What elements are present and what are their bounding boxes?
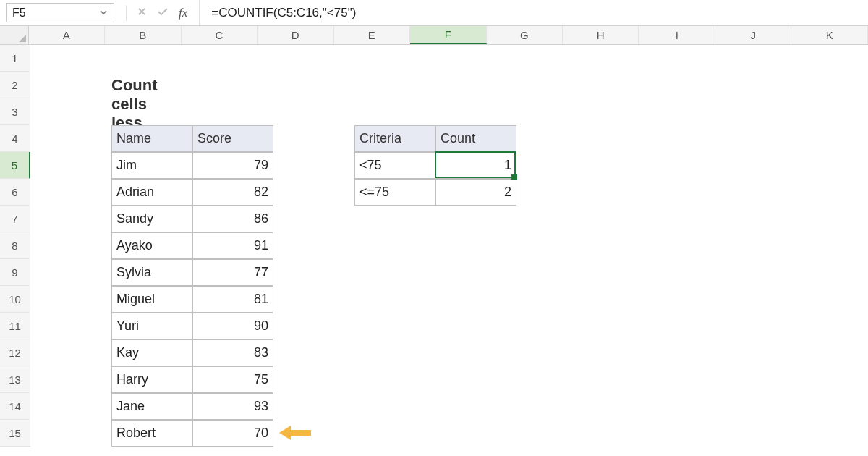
table1-score-9[interactable]: 93 [192, 393, 273, 420]
formula-input[interactable]: =COUNTIF(C5:C16,"<75") [200, 0, 868, 25]
formula-bar: F5 fx =COUNTIF(C5:C16,"<75") [0, 0, 868, 26]
name-box[interactable]: F5 [6, 3, 114, 22]
table1-name-5[interactable]: Miguel [111, 286, 192, 313]
table2-header-criteria[interactable]: Criteria [354, 125, 435, 152]
col-header-I[interactable]: I [639, 26, 715, 44]
row-header-7[interactable]: 7 [0, 206, 30, 232]
row-header-15[interactable]: 15 [0, 420, 30, 447]
table1-name-10[interactable]: Robert [111, 420, 192, 447]
cancel-icon[interactable] [137, 5, 147, 20]
col-header-A[interactable]: A [29, 26, 105, 44]
table2-header-count[interactable]: Count [435, 125, 516, 152]
row-header-8[interactable]: 8 [0, 232, 30, 259]
table2-count-1[interactable]: 2 [435, 179, 516, 206]
col-header-C[interactable]: C [182, 26, 258, 44]
spreadsheet-grid[interactable]: ABCDEFGHIJK 123456789101112131415 Count … [0, 26, 868, 456]
table1-score-10[interactable]: 70 [192, 420, 273, 447]
name-box-value: F5 [12, 7, 26, 20]
table1-name-1[interactable]: Adrian [111, 179, 192, 206]
col-header-F[interactable]: F [410, 26, 486, 44]
select-all-corner[interactable] [0, 26, 29, 44]
table1-name-2[interactable]: Sandy [111, 206, 192, 232]
table1-header-score[interactable]: Score [192, 125, 273, 152]
table1-score-6[interactable]: 90 [192, 313, 273, 339]
row-header-4[interactable]: 4 [0, 125, 30, 152]
table1-score-5[interactable]: 81 [192, 286, 273, 313]
fx-icon[interactable]: fx [179, 6, 187, 20]
table2-criteria-1[interactable]: <=75 [354, 179, 435, 206]
col-header-D[interactable]: D [258, 26, 333, 44]
table1-score-4[interactable]: 77 [192, 259, 273, 286]
row-header-14[interactable]: 14 [0, 393, 30, 420]
table1-name-9[interactable]: Jane [111, 393, 192, 420]
table1-name-6[interactable]: Yuri [111, 313, 192, 339]
row-header-3[interactable]: 3 [0, 98, 30, 125]
formula-bar-controls: fx [114, 0, 200, 25]
col-header-E[interactable]: E [334, 26, 410, 44]
row-header-1[interactable]: 1 [0, 45, 30, 72]
table1-score-8[interactable]: 75 [192, 366, 273, 393]
table1-name-4[interactable]: Sylvia [111, 259, 192, 286]
col-header-G[interactable]: G [487, 26, 563, 44]
row-header-10[interactable]: 10 [0, 286, 30, 313]
table1-score-3[interactable]: 91 [192, 232, 273, 259]
table1-name-8[interactable]: Harry [111, 366, 192, 393]
row-header-2[interactable]: 2 [0, 72, 30, 98]
row-header-6[interactable]: 6 [0, 179, 30, 206]
enter-icon[interactable] [157, 5, 169, 20]
col-header-B[interactable]: B [105, 26, 181, 44]
divider [126, 5, 127, 21]
table1-name-3[interactable]: Ayako [111, 232, 192, 259]
table1-score-7[interactable]: 83 [192, 339, 273, 366]
table1-score-1[interactable]: 82 [192, 179, 273, 206]
table1-score-0[interactable]: 79 [192, 152, 273, 179]
col-header-J[interactable]: J [715, 26, 791, 44]
row-header-5[interactable]: 5 [0, 152, 30, 179]
formula-text: =COUNTIF(C5:C16,"<75") [211, 6, 356, 20]
row-header-11[interactable]: 11 [0, 313, 30, 339]
table1-header-name[interactable]: Name [111, 125, 192, 152]
col-header-H[interactable]: H [563, 26, 639, 44]
table2-count-0[interactable]: 1 [435, 152, 516, 179]
table2-criteria-0[interactable]: <75 [354, 152, 435, 179]
table1-name-7[interactable]: Kay [111, 339, 192, 366]
row-header-12[interactable]: 12 [0, 339, 30, 366]
table1-name-0[interactable]: Jim [111, 152, 192, 179]
chevron-down-icon[interactable] [99, 7, 108, 20]
arrow-left-icon [278, 424, 312, 442]
row-header-13[interactable]: 13 [0, 366, 30, 393]
row-header-9[interactable]: 9 [0, 259, 30, 286]
table1-score-2[interactable]: 86 [192, 206, 273, 232]
column-headers: ABCDEFGHIJK [0, 26, 868, 45]
col-header-K[interactable]: K [791, 26, 867, 44]
